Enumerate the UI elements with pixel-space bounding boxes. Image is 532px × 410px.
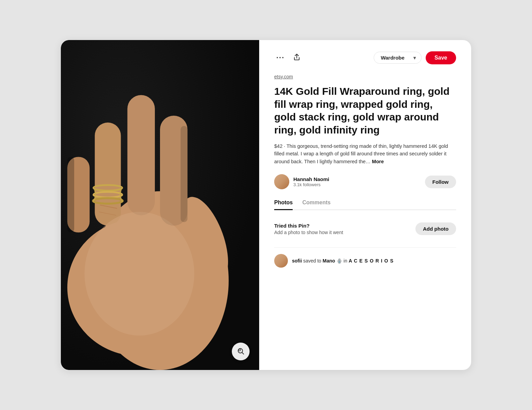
saved-by-row: sofii saved to Mano 🪬 in A C E S O R I O… — [274, 247, 456, 268]
share-button[interactable] — [291, 51, 303, 64]
tried-heading: Tried this Pin? — [274, 223, 343, 229]
save-button[interactable]: Save — [426, 51, 456, 64]
saved-by-text: sofii saved to Mano 🪬 in A C E S O R I O… — [292, 258, 394, 264]
more-link[interactable]: More — [372, 159, 384, 164]
pin-image-container — [61, 40, 259, 370]
lens-icon — [236, 347, 245, 357]
pin-description: $42 · This gorgeous, trend-setting ring … — [274, 142, 456, 165]
info-panel: ··· Wardrobe ▾ Save etsy.com — [259, 40, 471, 370]
saved-board-name[interactable]: Mano — [322, 258, 335, 264]
saved-by-avatar[interactable] — [274, 254, 288, 268]
toolbar-left: ··· — [274, 51, 370, 64]
pin-title: 14K Gold Fill Wraparound ring, gold fill… — [274, 85, 456, 136]
author-avatar[interactable] — [274, 174, 289, 189]
pin-image-svg — [61, 40, 259, 370]
tabs-row: Photos Comments — [274, 200, 456, 210]
source-link[interactable]: etsy.com — [274, 74, 456, 79]
tried-section: Tried this Pin? Add a photo to show how … — [274, 218, 456, 243]
share-icon — [293, 53, 301, 62]
saved-collection[interactable]: A C E S O R I O S — [349, 258, 394, 264]
chevron-down-icon: ▾ — [413, 55, 416, 61]
tab-photos[interactable]: Photos — [274, 200, 293, 210]
tried-subtext: Add a photo to show how it went — [274, 230, 343, 235]
svg-rect-15 — [128, 95, 155, 215]
author-info: Hannah Naomi 3.1k followers — [293, 176, 421, 187]
image-panel — [61, 40, 259, 370]
visual-search-button[interactable] — [232, 343, 250, 360]
tried-text: Tried this Pin? Add a photo to show how … — [274, 223, 343, 235]
svg-rect-4 — [95, 123, 121, 226]
more-icon: ··· — [276, 54, 284, 62]
svg-line-19 — [242, 352, 244, 354]
follow-button[interactable]: Follow — [425, 176, 456, 188]
add-photo-button[interactable]: Add photo — [415, 222, 456, 235]
tab-comments[interactable]: Comments — [302, 200, 331, 210]
author-row: Hannah Naomi 3.1k followers Follow — [274, 174, 456, 189]
toolbar: ··· Wardrobe ▾ Save — [274, 51, 456, 64]
author-name[interactable]: Hannah Naomi — [293, 176, 421, 182]
saved-by-username[interactable]: sofii — [292, 258, 302, 264]
author-followers: 3.1k followers — [293, 182, 421, 187]
avatar-image — [274, 174, 289, 189]
board-name-label: Wardrobe — [381, 55, 404, 61]
more-options-button[interactable]: ··· — [274, 52, 287, 64]
svg-rect-17 — [181, 126, 187, 222]
board-selector[interactable]: Wardrobe ▾ — [374, 52, 422, 64]
svg-point-8 — [84, 212, 194, 335]
pin-card: ··· Wardrobe ▾ Save etsy.com — [61, 40, 471, 370]
svg-rect-16 — [67, 157, 74, 232]
svg-point-20 — [239, 349, 240, 351]
